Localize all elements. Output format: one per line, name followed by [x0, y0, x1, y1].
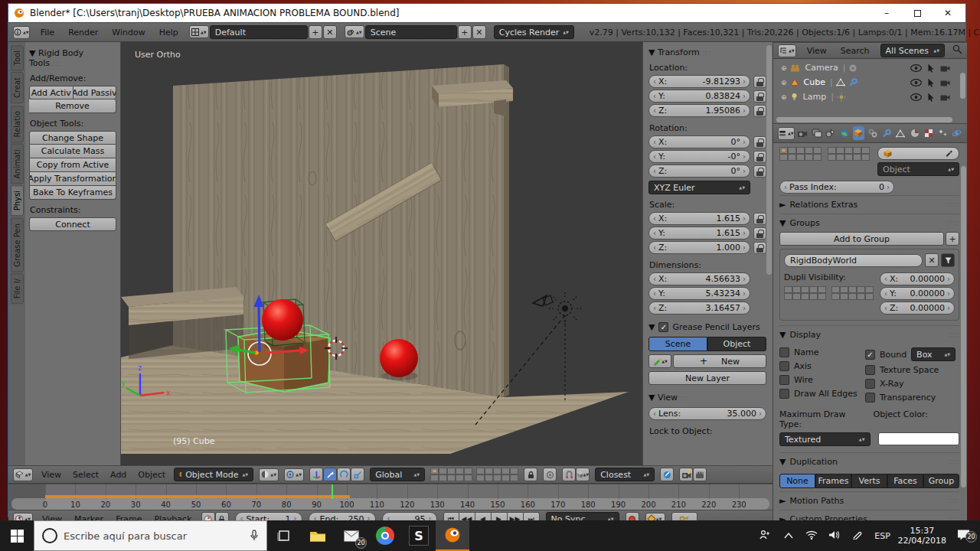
- expand-icon[interactable]: ⊕: [781, 93, 787, 101]
- dupli-layers-grid-2[interactable]: [831, 286, 874, 300]
- layer-cell[interactable]: [779, 154, 788, 161]
- layer-cell[interactable]: [861, 154, 870, 161]
- current-frame-indicator[interactable]: [332, 484, 333, 499]
- renderability-camera-icon[interactable]: [940, 64, 950, 72]
- layer-cell[interactable]: [809, 293, 818, 300]
- relations-extras-header[interactable]: ► Relations Extras::::: [779, 195, 959, 214]
- renderability-camera-icon[interactable]: [940, 93, 950, 101]
- snap-magnet-icon[interactable]: [562, 468, 576, 481]
- people-icon[interactable]: [756, 530, 776, 542]
- layer-cell[interactable]: [853, 154, 861, 161]
- layer-cell[interactable]: [464, 468, 472, 474]
- layer-cell[interactable]: [813, 147, 822, 154]
- tab-modifiers-icon[interactable]: [880, 126, 892, 140]
- layer-cell[interactable]: [828, 147, 836, 154]
- dupli-offset-y-field[interactable]: ‹Y:0.00000›: [880, 287, 955, 300]
- view-panel-header[interactable]: ▼ View::::: [648, 393, 766, 403]
- display-bound-checkbox[interactable]: ✓BoundBox▲▼: [865, 347, 959, 361]
- layer-cell[interactable]: [456, 474, 464, 481]
- menu-object[interactable]: Object: [135, 468, 168, 481]
- layer-cell[interactable]: [805, 147, 813, 154]
- viewport-3d[interactable]: z x y User Ortho (95) Cube: [121, 42, 642, 465]
- tab-relations[interactable]: Relatio: [11, 106, 24, 142]
- pivot-point-selector[interactable]: ▲▼: [284, 468, 304, 481]
- layer-cell[interactable]: [788, 154, 796, 161]
- layer-cell[interactable]: [792, 293, 801, 300]
- dup-verts-option[interactable]: Verts: [851, 474, 887, 488]
- search-icon[interactable]: [952, 44, 962, 57]
- menu-window[interactable]: Window: [109, 26, 148, 39]
- display-header[interactable]: ▼ Display::::: [779, 325, 959, 344]
- layer-cell[interactable]: [501, 468, 510, 474]
- taskbar-clock[interactable]: 15:3722/04/2018: [898, 526, 946, 546]
- layer-cell[interactable]: [801, 293, 809, 300]
- tab-world-icon[interactable]: [839, 126, 851, 140]
- tab-physics[interactable]: Physi: [11, 185, 24, 216]
- draw-mode-icon[interactable]: ▲▼: [648, 354, 671, 368]
- layer-cell[interactable]: [439, 474, 447, 481]
- eyedropper-icon[interactable]: [945, 148, 953, 159]
- remove-group-button[interactable]: ✕: [925, 253, 939, 267]
- snap-element-selector[interactable]: ▲▼: [576, 468, 590, 481]
- layer-cell[interactable]: [857, 286, 865, 293]
- proportional-edit-icon[interactable]: [543, 468, 557, 481]
- dupli-offset-x-field[interactable]: ‹X:0.00000›: [880, 272, 955, 285]
- tab-scene-icon[interactable]: [825, 126, 836, 140]
- file-explorer-icon[interactable]: [301, 520, 335, 551]
- selectability-cursor-icon[interactable]: [927, 78, 935, 87]
- outliner-vertical-scrollbar[interactable]: [960, 73, 965, 99]
- layer-cell[interactable]: [809, 286, 818, 293]
- npanel-scrollbar[interactable]: [766, 45, 772, 275]
- layer-cell[interactable]: [485, 474, 493, 481]
- selectability-cursor-icon[interactable]: [927, 93, 935, 102]
- group-options-icon[interactable]: [941, 253, 955, 267]
- visibility-eye-icon[interactable]: [910, 93, 922, 101]
- action-center-icon[interactable]: 20: [949, 529, 977, 543]
- scale-x-field[interactable]: ‹X:1.615›: [648, 212, 750, 225]
- lock-icon[interactable]: [753, 76, 766, 88]
- dimension-y-field[interactable]: ‹Y:5.43234›: [648, 287, 750, 300]
- language-indicator[interactable]: ESP: [871, 531, 895, 541]
- red-sphere-on-floor[interactable]: [380, 339, 418, 377]
- volume-icon[interactable]: [825, 530, 844, 542]
- layer-cell[interactable]: [813, 154, 822, 161]
- copy-from-active-button[interactable]: Copy from Active: [29, 158, 116, 172]
- tab-object-icon[interactable]: [853, 126, 864, 140]
- calculate-mass-button[interactable]: Calculate Mass: [29, 145, 116, 158]
- object-layers-grid-1[interactable]: [779, 147, 822, 161]
- outliner-row-cube[interactable]: ⊕ Cube |: [781, 75, 967, 90]
- location-y-field[interactable]: ‹Y:0.83824›: [648, 90, 750, 103]
- tab-data-icon[interactable]: [895, 126, 906, 140]
- layer-cell[interactable]: [840, 286, 848, 293]
- chrome-icon[interactable]: [368, 520, 402, 551]
- menu-view[interactable]: View: [38, 468, 64, 481]
- menu-render[interactable]: Render: [65, 26, 101, 39]
- location-x-field[interactable]: ‹X:-9.81293›: [648, 75, 750, 88]
- manipulator-translate-icon[interactable]: [323, 468, 337, 481]
- lock-icon[interactable]: [753, 136, 766, 148]
- pass-index-field[interactable]: ‹Pass Index:0›: [779, 181, 894, 194]
- visibility-eye-icon[interactable]: [910, 79, 922, 86]
- new-layer-button[interactable]: New Layer: [648, 371, 766, 385]
- rotation-x-field[interactable]: ‹X:0°›: [648, 135, 750, 148]
- add-active-button[interactable]: Add Activ: [29, 86, 74, 99]
- wifi-icon[interactable]: [802, 530, 822, 542]
- layer-cell[interactable]: [801, 286, 809, 293]
- new-group-plus-button[interactable]: +: [946, 232, 959, 246]
- remove-button[interactable]: Remove: [29, 99, 116, 113]
- manipulator-z-arrow[interactable]: [259, 305, 260, 352]
- rotation-mode-dropdown[interactable]: XYZ Euler▲▼: [648, 181, 750, 194]
- snap-peel-icon[interactable]: [660, 468, 674, 481]
- layer-cell[interactable]: [447, 474, 456, 481]
- layer-cell[interactable]: [510, 474, 518, 481]
- display-xray-checkbox[interactable]: X-Ray: [865, 379, 959, 389]
- bound-type-dropdown[interactable]: Box▲▼: [911, 347, 956, 361]
- object-color-swatch[interactable]: [878, 432, 960, 445]
- gp-scene-option[interactable]: Scene: [648, 337, 707, 351]
- layer-cell[interactable]: [840, 293, 848, 300]
- layer-cell[interactable]: [788, 147, 796, 154]
- group-name-field[interactable]: RigidBodyWorld: [784, 254, 923, 267]
- layer-cell[interactable]: [818, 293, 826, 300]
- layer-cell[interactable]: [848, 286, 857, 293]
- scene-icon[interactable]: ▲▼: [345, 25, 364, 38]
